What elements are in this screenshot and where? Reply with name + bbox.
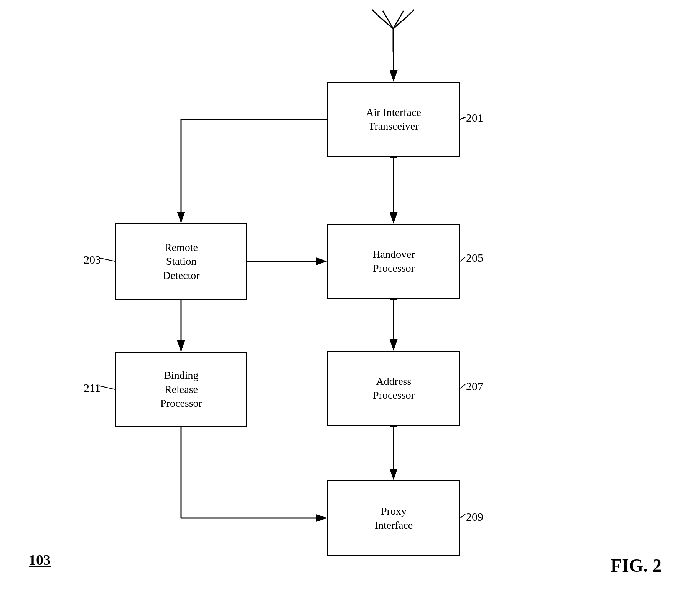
proxy-interface-box: ProxyInterface: [327, 480, 460, 556]
svg-line-15: [393, 15, 408, 29]
svg-line-22: [99, 258, 115, 261]
label-211: 211: [84, 381, 100, 394]
svg-line-25: [99, 386, 115, 389]
handover-processor-box: HandoverProcessor: [327, 224, 460, 299]
svg-line-17: [408, 10, 414, 15]
svg-line-24: [460, 384, 465, 388]
remote-station-detector-box: RemoteStationDetector: [115, 223, 247, 300]
air-interface-transceiver-box: Air InterfaceTransceiver: [327, 82, 460, 157]
handover-processor-label: HandoverProcessor: [372, 248, 415, 276]
binding-release-processor-label: BindingReleaseProcessor: [160, 368, 202, 410]
figure-number: FIG. 2: [611, 555, 662, 576]
air-interface-transceiver-label: Air InterfaceTransceiver: [366, 106, 421, 134]
diagram-container: Air InterfaceTransceiver 201 RemoteStati…: [0, 0, 700, 599]
address-processor-label: AddressProcessor: [373, 375, 415, 403]
proxy-interface-label: ProxyInterface: [375, 504, 413, 532]
antenna-symbol: [368, 8, 418, 54]
label-205: 205: [466, 251, 483, 264]
address-processor-box: AddressProcessor: [327, 351, 460, 426]
binding-release-processor-box: BindingReleaseProcessor: [115, 352, 247, 427]
svg-line-20: [460, 117, 466, 119]
remote-station-detector-label: RemoteStationDetector: [163, 241, 199, 282]
label-203: 203: [84, 253, 101, 266]
figure-reference-label: 103: [29, 551, 51, 568]
label-209: 209: [466, 510, 483, 523]
svg-line-26: [460, 514, 465, 518]
svg-line-18: [383, 11, 393, 29]
label-201: 201: [466, 111, 483, 124]
label-207: 207: [466, 380, 483, 393]
svg-line-21: [460, 117, 465, 119]
svg-line-16: [372, 10, 378, 15]
svg-line-19: [393, 11, 404, 29]
svg-line-23: [460, 257, 465, 261]
svg-line-14: [378, 15, 393, 29]
